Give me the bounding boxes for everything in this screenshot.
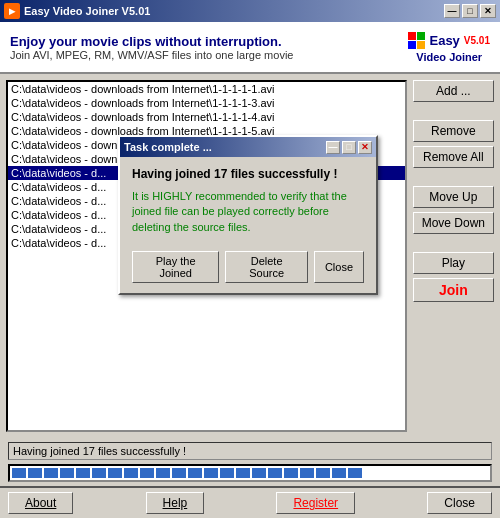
play-joined-button[interactable]: Play the Joined	[132, 251, 219, 283]
modal-title-bar: Task complete ... — □ ✕	[120, 137, 376, 157]
delete-source-button[interactable]: Delete Source	[225, 251, 308, 283]
modal-minimize-button[interactable]: —	[326, 141, 340, 154]
modal-footer: Play the Joined Delete Source Close	[120, 245, 376, 293]
task-complete-dialog: Task complete ... — □ ✕ Having joined 17…	[118, 135, 378, 295]
application-window: ▶ Easy Video Joiner V5.01 — □ ✕ Enjoy yo…	[0, 0, 500, 518]
modal-controls: — □ ✕	[326, 141, 372, 154]
modal-close-action-button[interactable]: Close	[314, 251, 364, 283]
modal-maximize-button[interactable]: □	[342, 141, 356, 154]
modal-warning-message: It is HIGHLY recommended to verify that …	[132, 189, 364, 235]
modal-content: Having joined 17 files successfully ! It…	[120, 157, 376, 245]
modal-close-button[interactable]: ✕	[358, 141, 372, 154]
modal-success-message: Having joined 17 files successfully !	[132, 167, 364, 181]
modal-title: Task complete ...	[124, 141, 212, 153]
modal-overlay: Task complete ... — □ ✕ Having joined 17…	[0, 0, 500, 518]
